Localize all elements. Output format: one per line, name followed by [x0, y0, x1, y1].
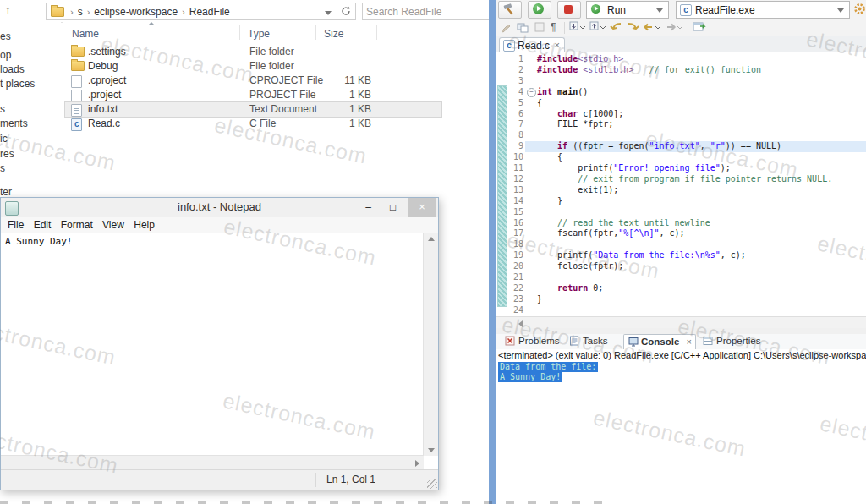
build-button[interactable] — [498, 1, 522, 19]
mark-occurrences-icon[interactable] — [534, 21, 547, 35]
sidebar-item[interactable]: ic — [0, 133, 8, 145]
line-number: 16 — [513, 218, 523, 227]
scroll-left-icon — [518, 320, 523, 327]
code-token: int — [537, 87, 552, 96]
sidebar-item[interactable]: s — [0, 103, 5, 115]
search-box — [362, 3, 491, 20]
tab-properties[interactable]: Properties — [703, 334, 762, 348]
file-row[interactable]: .projectPROJECT File1 KB — [65, 88, 441, 102]
line-number: 24 — [513, 305, 523, 315]
column-header-type[interactable]: Type — [248, 28, 270, 40]
refresh-button[interactable] — [337, 3, 356, 20]
scroll-down-icon — [428, 448, 435, 452]
tab-tasks[interactable]: Tasks — [569, 334, 611, 348]
code-line: FILE *fptr; — [537, 119, 866, 130]
sidebar-item[interactable]: es — [0, 30, 11, 42]
last-edit-location-icon[interactable] — [610, 21, 623, 35]
file-icon — [71, 75, 82, 88]
launch-target-dropdown[interactable]: c ReadFile.exe — [676, 1, 850, 19]
pen-icon[interactable] — [500, 21, 513, 35]
line-number: 23 — [513, 294, 523, 304]
minimize-button[interactable]: – — [356, 198, 381, 217]
sidebar-item[interactable]: op — [0, 49, 11, 61]
file-row[interactable]: .cprojectCPROJECT File11 KB — [65, 74, 441, 88]
fold-collapse-icon[interactable]: − — [527, 88, 536, 97]
breadcrumb-item-s[interactable]: s — [78, 6, 83, 18]
column-header-name[interactable]: Name — [72, 28, 99, 40]
new-window-icon[interactable] — [693, 21, 706, 35]
file-row[interactable]: .settingsFile folder — [65, 45, 441, 59]
line-number: 22 — [513, 283, 523, 293]
code-token — [537, 218, 557, 227]
code-token: 0; — [588, 283, 603, 293]
sidebar-item[interactable]: loads — [0, 63, 25, 75]
up-arrow-button[interactable]: ↑ — [5, 3, 11, 16]
vertical-scrollbar[interactable] — [424, 233, 438, 456]
column-header-size[interactable]: Size — [324, 28, 343, 40]
line-number: 1 — [518, 54, 523, 63]
code-token: )) == NULL) — [726, 141, 781, 151]
forward-icon[interactable] — [666, 21, 679, 35]
code-editor[interactable]: 123456789101112131415161718192021222324 … — [496, 52, 866, 316]
address-dropdown-button[interactable] — [320, 3, 338, 20]
next-annotation-icon[interactable] — [569, 21, 583, 35]
tab-close-icon[interactable]: × — [555, 40, 560, 50]
tab-console[interactable]: Console × — [623, 334, 696, 349]
stop-button[interactable] — [557, 1, 581, 19]
code-line: exit(1); — [537, 185, 866, 196]
file-size: 1 KB — [319, 103, 371, 115]
line-number: 3 — [518, 76, 523, 85]
prev-annotation-icon[interactable] — [589, 21, 603, 35]
launch-settings-button[interactable] — [853, 3, 866, 15]
menu-edit[interactable]: Edit — [34, 217, 52, 231]
scroll-up-icon — [428, 237, 435, 241]
code-token: "info.txt" — [649, 141, 699, 151]
console-tab-bar: Problems Tasks Console × — [496, 334, 866, 349]
sidebar-item[interactable]: ter — [0, 186, 12, 198]
close-button[interactable]: × — [408, 198, 436, 217]
sidebar-item[interactable]: ments — [0, 118, 28, 129]
launch-mode-dropdown[interactable]: Run — [586, 1, 669, 19]
tab-close-icon[interactable]: × — [687, 337, 692, 347]
console-output-line: Data from the file: — [498, 362, 598, 372]
code-token: #include — [537, 65, 578, 74]
sidebar-item[interactable]: s — [0, 162, 5, 174]
sidebar-item[interactable]: res — [0, 148, 14, 160]
breadcrumb-item-readfile[interactable]: ReadFile — [189, 6, 230, 18]
file-row[interactable]: Read.cC File1 KB — [65, 117, 441, 131]
notepad-text-area[interactable]: A Sunny Day! — [1, 233, 424, 456]
tab-read-c[interactable]: c Read.c × — [499, 37, 565, 53]
menu-format[interactable]: Format — [61, 217, 93, 231]
launch-mode-label: Run — [607, 4, 626, 16]
resize-grip[interactable] — [427, 479, 437, 489]
forward-edit-icon[interactable] — [627, 21, 640, 35]
show-whitespace-icon[interactable]: ¶ — [551, 21, 564, 35]
tab-problems[interactable]: Problems — [505, 334, 557, 348]
menu-file[interactable]: File — [8, 217, 24, 231]
code-token — [537, 283, 557, 293]
code-line — [537, 130, 866, 141]
file-row[interactable]: info.txtText Document1 KB — [64, 101, 442, 118]
run-button[interactable] — [528, 1, 551, 19]
launch-target-label: ReadFile.exe — [695, 4, 755, 16]
notepad-title-bar[interactable]: info.txt - Notepad – □ × — [1, 198, 438, 218]
back-icon[interactable] — [644, 21, 657, 35]
editor-horizontal-scrollbar[interactable] — [496, 316, 866, 329]
code-token: "Data from the file:\n%s" — [593, 250, 721, 260]
code-token: { — [537, 152, 562, 162]
breadcrumb[interactable]: › s › eclipse-workspace › ReadFile — [46, 3, 321, 20]
column-separator — [239, 25, 240, 40]
link-editor-icon[interactable] — [517, 21, 530, 35]
search-input[interactable] — [363, 5, 488, 19]
maximize-button[interactable]: □ — [381, 198, 405, 217]
menu-view[interactable]: View — [102, 217, 124, 231]
horizontal-scrollbar[interactable] — [1, 455, 424, 470]
window-divider-bar — [489, 0, 496, 504]
status-separator — [315, 473, 316, 487]
code-token: return — [557, 283, 588, 293]
editor-console-splitter[interactable] — [496, 328, 866, 334]
menu-help[interactable]: Help — [134, 217, 155, 231]
sidebar-item[interactable]: t places — [0, 78, 35, 90]
file-row[interactable]: DebugFile folder — [65, 59, 441, 74]
breadcrumb-item-workspace[interactable]: eclipse-workspace — [94, 6, 178, 18]
